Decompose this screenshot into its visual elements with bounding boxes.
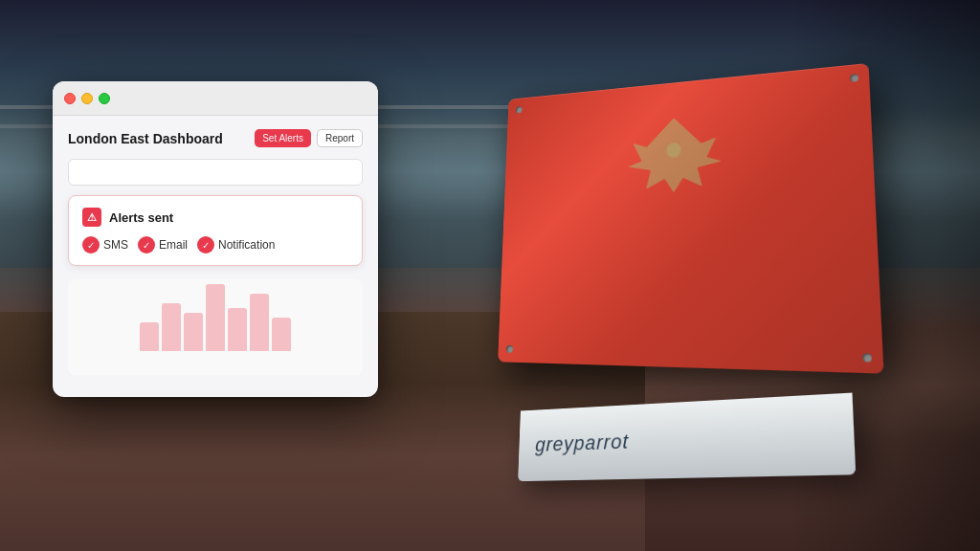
window-chart-area xyxy=(68,279,363,375)
sms-check-icon: ✓ xyxy=(82,236,100,253)
bar-5 xyxy=(228,308,247,351)
window-title: London East Dashboard xyxy=(68,131,223,146)
device-logo-cutout xyxy=(602,103,750,223)
channel-notification: ✓ Notification xyxy=(197,236,275,253)
screw-bl xyxy=(506,345,513,353)
notification-check-icon: ✓ xyxy=(197,236,214,253)
device-brand-text: greyparrot xyxy=(535,430,629,456)
bar-1 xyxy=(140,322,159,351)
device-body xyxy=(498,63,883,374)
sms-label: SMS xyxy=(103,238,128,252)
minimize-button[interactable] xyxy=(81,93,93,104)
maximize-button[interactable] xyxy=(99,93,110,104)
alert-title: Alerts sent xyxy=(109,210,173,225)
channel-email: ✓ Email xyxy=(138,236,188,253)
close-button[interactable] xyxy=(64,93,76,104)
greyparrot-device: greyparrot xyxy=(463,57,903,421)
bar-7 xyxy=(272,318,291,351)
screw-tl xyxy=(516,106,523,114)
alert-header: ⚠ Alerts sent xyxy=(82,208,348,227)
email-check-icon: ✓ xyxy=(138,236,155,253)
bar-2 xyxy=(162,303,181,351)
notification-label: Notification xyxy=(218,238,275,252)
chart-placeholder xyxy=(140,303,291,351)
window-titlebar xyxy=(53,81,378,116)
window-content: London East Dashboard Set Alerts Report … xyxy=(53,116,378,388)
channel-sms: ✓ SMS xyxy=(82,236,128,253)
device-front-panel: greyparrot xyxy=(518,393,856,482)
search-input-area[interactable] xyxy=(68,159,363,186)
bar-6 xyxy=(250,294,269,351)
email-label: Email xyxy=(159,238,188,252)
screw-br xyxy=(862,353,872,362)
bar-chart xyxy=(140,303,291,351)
alert-warning-icon: ⚠ xyxy=(82,208,101,227)
alert-notification-box: ⚠ Alerts sent ✓ SMS ✓ Email ✓ Notificati… xyxy=(68,195,363,266)
bar-4 xyxy=(206,284,225,351)
header-buttons: Set Alerts Report xyxy=(255,129,363,147)
window-header: London East Dashboard Set Alerts Report xyxy=(68,129,363,147)
dashboard-window: London East Dashboard Set Alerts Report … xyxy=(53,81,378,397)
report-button[interactable]: Report xyxy=(317,129,363,147)
alert-channels: ✓ SMS ✓ Email ✓ Notification xyxy=(82,236,348,253)
screw-tr xyxy=(850,74,858,82)
bar-3 xyxy=(184,313,203,351)
set-alerts-button[interactable]: Set Alerts xyxy=(255,129,311,147)
